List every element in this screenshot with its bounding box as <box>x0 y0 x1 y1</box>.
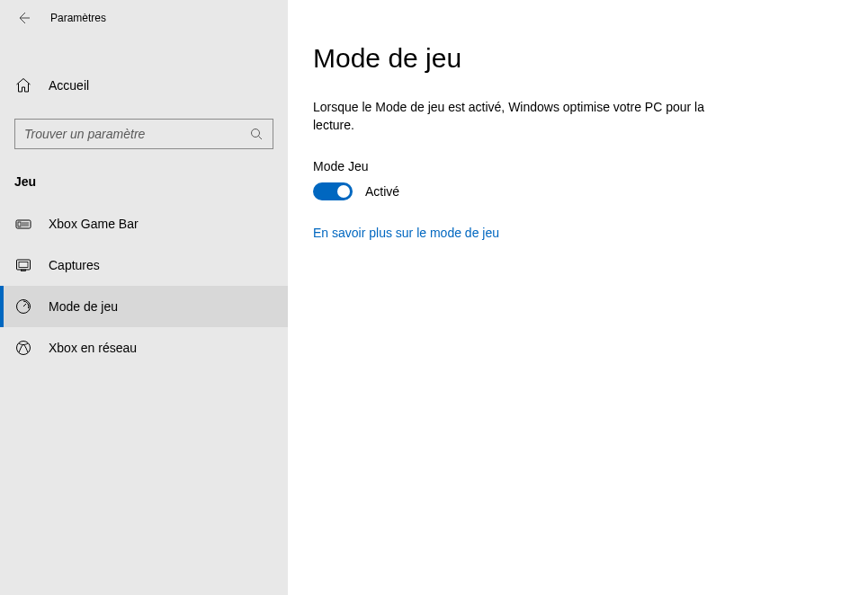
game-bar-icon <box>14 216 32 232</box>
back-arrow-icon <box>16 11 31 25</box>
search-container <box>0 119 288 149</box>
sidebar-item-xbox-game-bar[interactable]: Xbox Game Bar <box>0 203 288 244</box>
sidebar-section-label: Jeu <box>0 174 288 189</box>
svg-point-13 <box>17 342 31 355</box>
learn-more-link[interactable]: En savoir plus sur le mode de jeu <box>313 226 843 240</box>
svg-point-0 <box>252 129 260 138</box>
back-button[interactable] <box>14 9 32 27</box>
sidebar-item-label: Xbox Game Bar <box>49 217 139 231</box>
game-mode-icon <box>14 298 32 315</box>
toggle-state-label: Activé <box>365 184 399 199</box>
toggle-label: Mode Jeu <box>313 159 843 173</box>
page-description: Lorsque le Mode de jeu est activé, Windo… <box>313 99 727 134</box>
search-box[interactable] <box>14 119 273 149</box>
home-icon <box>14 77 32 93</box>
sidebar-item-captures[interactable]: Captures <box>0 244 288 286</box>
toggle-row: Activé <box>313 182 843 200</box>
toggle-thumb <box>337 185 350 198</box>
sidebar-home[interactable]: Accueil <box>0 68 288 102</box>
svg-line-12 <box>23 304 26 306</box>
sidebar-item-label: Xbox en réseau <box>49 341 137 355</box>
sidebar-item-label: Mode de jeu <box>49 299 118 314</box>
page-title: Mode de jeu <box>313 43 843 74</box>
sidebar-header: Paramètres <box>0 0 288 36</box>
svg-rect-3 <box>18 222 21 226</box>
captures-icon <box>14 257 32 273</box>
search-input[interactable] <box>24 127 249 141</box>
svg-rect-9 <box>19 262 28 268</box>
main-content: Mode de jeu Lorsque le Mode de jeu est a… <box>288 0 868 595</box>
game-mode-toggle[interactable] <box>313 182 353 200</box>
sidebar-item-game-mode[interactable]: Mode de jeu <box>0 286 288 327</box>
window-title: Paramètres <box>50 12 106 24</box>
sidebar-item-xbox-network[interactable]: Xbox en réseau <box>0 327 288 369</box>
home-label: Accueil <box>49 78 89 93</box>
search-icon <box>249 127 264 141</box>
svg-rect-10 <box>22 270 26 271</box>
sidebar-item-label: Captures <box>49 258 100 272</box>
svg-line-1 <box>259 137 263 140</box>
sidebar: Paramètres Accueil Jeu <box>0 0 288 595</box>
xbox-network-icon <box>14 340 32 356</box>
